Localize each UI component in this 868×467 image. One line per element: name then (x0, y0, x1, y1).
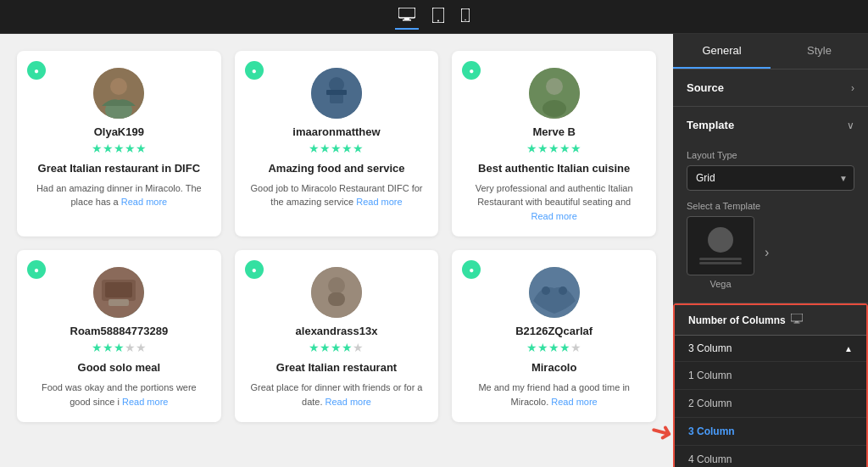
review-title: Miracolo (531, 361, 576, 375)
read-more-link[interactable]: Read more (531, 211, 576, 221)
template-collapse-icon: ∨ (847, 120, 854, 131)
svg-rect-2 (403, 19, 411, 21)
tripadvisor-badge: ● (462, 61, 481, 80)
stars: ★★★★★ (526, 341, 581, 354)
template-thumb[interactable] (687, 216, 754, 275)
review-text: Food was okay and the portions were good… (31, 381, 208, 409)
review-text: Good job to Miracolo Restaurant DIFC for… (248, 181, 426, 209)
svg-rect-28 (795, 321, 798, 323)
column-option-1[interactable]: 1 Column (675, 361, 866, 389)
avatar (311, 68, 362, 119)
select-template-label: Select a Template (687, 201, 854, 211)
template-thumb-container: Vega (687, 216, 754, 289)
username: alexandrass13x (296, 325, 378, 337)
template-grid: Vega › (687, 216, 854, 289)
avatar (529, 68, 580, 119)
svg-point-22 (328, 277, 345, 294)
right-panel: General Style Source › Template ∨ Layout… (673, 34, 868, 467)
template-next-icon[interactable]: › (761, 242, 772, 264)
avatar (529, 267, 580, 318)
svg-point-16 (542, 100, 566, 117)
panel-tabs: General Style (673, 34, 868, 69)
svg-point-4 (437, 19, 439, 21)
read-more-link[interactable]: Read more (121, 197, 167, 207)
star-filled: ★★★ (92, 341, 125, 354)
template-thumb-line (699, 262, 742, 264)
svg-rect-1 (404, 18, 409, 19)
star-filled: ★★★★ (526, 341, 570, 354)
stars: ★★★★★ (526, 142, 581, 155)
review-text: Great place for dinner with friends or f… (248, 381, 426, 409)
svg-rect-20 (108, 299, 129, 306)
content-area: ● OlyaK199 ★★★★★ Great Italian restauran… (0, 34, 673, 467)
username: Roam58884773289 (70, 325, 169, 337)
svg-rect-27 (791, 314, 803, 321)
tripadvisor-badge: ● (245, 260, 264, 279)
tab-style[interactable]: Style (771, 34, 868, 69)
template-section-header[interactable]: Template ∨ (673, 107, 868, 143)
review-title: Good solo meal (78, 361, 161, 375)
username: Merve B (532, 125, 576, 138)
svg-rect-13 (326, 90, 347, 95)
template-thumb-lines (699, 258, 742, 264)
layout-type-label: Layout Type (687, 150, 854, 160)
review-title: Amazing food and service (268, 162, 404, 176)
layout-type-select[interactable]: Grid List Slider (687, 165, 854, 191)
stars: ★★★★★ (309, 341, 364, 354)
read-more-link[interactable]: Read more (551, 397, 597, 407)
stars: ★★★★★ (309, 142, 364, 155)
star-filled: ★★★★ (309, 341, 353, 354)
tripadvisor-badge: ● (462, 260, 481, 279)
read-more-link[interactable]: Read more (122, 397, 168, 407)
review-card: ● OlyaK199 ★★★★★ Great Italian restauran… (17, 51, 221, 236)
review-text: Me and my friend had a good time in Mira… (465, 381, 643, 409)
columns-section-header: Number of Columns (675, 305, 866, 335)
source-section-header[interactable]: Source › (673, 69, 868, 106)
svg-rect-0 (398, 8, 415, 18)
column-option-4[interactable]: 4 Column (675, 445, 866, 467)
columns-dropdown-arrow-icon: ▲ (844, 344, 853, 353)
tab-general[interactable]: General (673, 34, 771, 69)
source-expand-icon: › (851, 82, 854, 94)
review-title: Great Italian restaurant in DIFC (38, 162, 200, 176)
template-name-label: Vega (709, 279, 731, 289)
avatar (93, 267, 144, 318)
columns-selected[interactable]: 3 Column ▲ (675, 336, 866, 361)
mobile-view-icon[interactable] (458, 5, 473, 29)
star-empty: ★ (353, 341, 364, 354)
column-option-3[interactable]: 3 Column (675, 417, 866, 445)
reviews-grid: ● OlyaK199 ★★★★★ Great Italian restauran… (17, 51, 656, 422)
tablet-view-icon[interactable] (429, 4, 448, 30)
review-card: ● alexandrass13x ★★★★★ Great Italian res… (235, 250, 439, 422)
columns-options: 1 Column 2 Column 3 Column 4 Column (675, 361, 866, 467)
review-title: Best authentic Italian cuisine (478, 162, 630, 176)
columns-title-text: Number of Columns (688, 314, 786, 326)
star-empty: ★ (570, 341, 581, 354)
svg-rect-29 (793, 323, 799, 324)
template-section-title: Template (687, 119, 734, 131)
tripadvisor-badge: ● (27, 260, 46, 279)
review-text: Very professional and authentic Italian … (465, 181, 643, 224)
read-more-link[interactable]: Read more (326, 397, 371, 407)
review-card: ● Roam58884773289 ★★★★★ Good solo meal F… (17, 250, 221, 422)
review-title: Great Italian restaurant (276, 361, 397, 375)
template-thumb-line (699, 258, 742, 260)
column-option-2[interactable]: 2 Column (675, 389, 866, 417)
svg-point-15 (546, 78, 563, 95)
main-layout: ● OlyaK199 ★★★★★ Great Italian restauran… (0, 34, 868, 467)
top-bar (0, 0, 868, 34)
source-section: Source › (673, 69, 868, 107)
desktop-view-icon[interactable] (395, 4, 419, 30)
avatar (93, 68, 144, 119)
star-empty: ★★ (125, 341, 147, 354)
columns-section: Number of Columns 3 Column ▲ (673, 303, 868, 467)
review-card: ● B2126ZQcarlaf ★★★★★ Miracolo Me and my… (452, 250, 656, 422)
columns-section-title: Number of Columns (688, 314, 803, 326)
template-section-content: Layout Type Grid List Slider ▼ Select a … (673, 143, 868, 303)
read-more-link[interactable]: Read more (356, 197, 402, 207)
svg-point-26 (559, 286, 567, 295)
avatar (311, 267, 362, 318)
layout-type-select-wrapper: Grid List Slider ▼ (687, 165, 854, 191)
review-text: Had an amazing dinner in Miracolo. The p… (31, 181, 208, 209)
review-card: ● imaaronmatthew ★★★★★ Amazing food and … (235, 51, 439, 236)
